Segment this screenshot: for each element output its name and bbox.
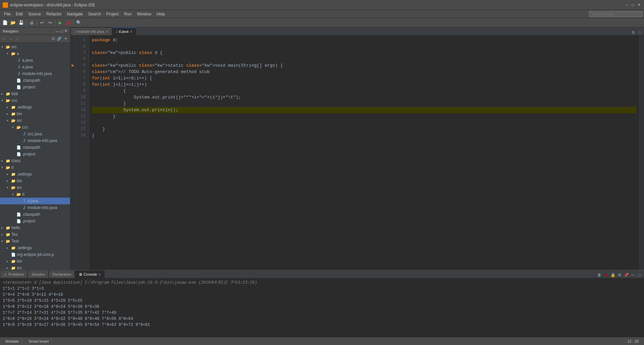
minimize-button[interactable]: ─ [625, 3, 629, 7]
tree-item-settings-ccc[interactable]: ▸📁.settings [0, 104, 70, 111]
tree-item-bin-test[interactable]: ▸📁bin [0, 258, 70, 265]
new-button[interactable]: 📄 [1, 19, 9, 26]
save-button[interactable]: 💾 [17, 19, 25, 26]
print-button[interactable]: 🖨 [28, 19, 35, 26]
redo-button[interactable]: ↪ [46, 19, 54, 26]
nav-forward[interactable]: → [8, 36, 14, 42]
tab-declaration[interactable]: Declaration [49, 270, 75, 278]
tree-arrow-settings-d: ▸ [7, 172, 11, 176]
console-scroll-lock[interactable]: 🔒 [610, 272, 616, 278]
menu-search[interactable]: Search [86, 11, 104, 17]
undo-button[interactable]: ↩ [38, 19, 46, 26]
menu-refactor[interactable]: Refactor [44, 11, 64, 17]
tab-d-java-close[interactable]: ✕ [130, 30, 132, 33]
console-terminate[interactable]: ■ [603, 272, 609, 278]
tab-console[interactable]: 🖥 Console ✕ [75, 270, 105, 278]
nav-menu[interactable]: ▾ [63, 36, 69, 42]
tree-label-org-eclipse: org.eclipse.jdt.core.p [17, 252, 54, 257]
tree-item-classpath-d[interactable]: 📄.classpath [0, 211, 70, 218]
tree-item-tes[interactable]: ▸📁Tes [0, 231, 70, 238]
tree-item-module-info-a[interactable]: Jmodule-info.java [0, 70, 70, 77]
tree-label-project-d: .project [22, 219, 35, 223]
close-button[interactable]: ✕ [637, 3, 641, 7]
tab-problems-label: Problems [8, 272, 24, 276]
menu-source[interactable]: Source [25, 11, 44, 17]
nav-link[interactable]: 🔗 [56, 36, 62, 42]
menu-help[interactable]: Help [154, 11, 168, 17]
console-icon: 🖥 [78, 272, 82, 276]
tree-item-project-d[interactable]: 📄.project [0, 218, 70, 224]
code-editor[interactable]: ▶ 12345678910111213141516 package d; cla… [70, 36, 644, 270]
tree-item-module-info-ccc[interactable]: Jmodule-info.java [0, 137, 70, 144]
tree-item-class[interactable]: ▸📁class [0, 157, 70, 164]
console-minimize[interactable]: — [630, 272, 636, 278]
nav-collapse[interactable]: ⊟ [50, 36, 56, 42]
tree-item-classpath-ccc[interactable]: 📄.classpath [0, 144, 70, 151]
tree-item-ccc-root[interactable]: ▾📂ccc [0, 97, 70, 104]
tab-module-info-close[interactable]: ✕ [106, 30, 108, 33]
tree-item-test-root[interactable]: ▾📂Test [0, 238, 70, 245]
tab-module-info[interactable]: J module-info.java ✕ [70, 27, 112, 35]
tree-item-d-folder[interactable]: ▾📂d [0, 191, 70, 198]
console-clear[interactable]: 🗑 [596, 272, 602, 278]
tree-item-ccc-folder[interactable]: ▾📂ccc [0, 124, 70, 131]
tab-d-java[interactable]: J d.java ✕ [112, 27, 136, 35]
editor-scrollbar[interactable] [639, 36, 644, 270]
tree-item-bin-ccc[interactable]: ▸📁bin [0, 111, 70, 117]
tree-item-d-java[interactable]: Jd.java [0, 198, 70, 204]
console-settings[interactable]: ⚙ [616, 272, 623, 278]
tree-item-project-ccc[interactable]: 📄.project [0, 151, 70, 157]
navigator-close[interactable]: ✕ [64, 29, 67, 33]
menu-file[interactable]: File [1, 11, 13, 17]
quick-access-input[interactable] [589, 11, 643, 17]
tree-item-bbb[interactable]: ▸📁bbb [0, 90, 70, 97]
tree-item-a[interactable]: ▾📂a [0, 50, 70, 57]
tree-item-classpath-a[interactable]: 📄.classpath [0, 77, 70, 84]
console-tabs-area: ⚠ Problems Javadoc Declaration 🖥 Console… [0, 270, 596, 278]
tree-item-project-a[interactable]: 📄.project [0, 84, 70, 90]
open-button[interactable]: 📂 [9, 19, 17, 26]
tree-item-src-test[interactable]: ▸📁src [0, 265, 70, 270]
editor-maximize-icon[interactable]: □ [637, 29, 643, 35]
tree-icon-settings-d: 📁 [11, 172, 16, 177]
menu-window[interactable]: Window [134, 11, 154, 17]
tree-item-src-d[interactable]: ▾📂src [0, 184, 70, 191]
tree-item-settings-d[interactable]: ▸📁.settings [0, 171, 70, 178]
menu-edit[interactable]: Edit [13, 11, 25, 17]
tab-console-close[interactable]: ✕ [98, 273, 101, 276]
nav-up[interactable]: ↑ [14, 36, 20, 42]
tree-item-d-root[interactable]: ▾📂d [0, 164, 70, 171]
tree-item-hello[interactable]: ▸📁hello [0, 224, 70, 231]
tree-item-settings-test[interactable]: ▸📁.settings [0, 245, 70, 251]
tree-icon-hello: 📁 [5, 225, 11, 230]
editor-minimize-icon[interactable]: ⊟ [630, 29, 636, 35]
search-button[interactable]: 🔍 [75, 19, 83, 26]
menu-navigate[interactable]: Navigate [64, 11, 85, 17]
tree-item-ccc-java[interactable]: Jccc.java [0, 131, 70, 137]
navigator-minimize[interactable]: — [56, 29, 59, 33]
tab-javadoc[interactable]: Javadoc [28, 270, 49, 278]
code-content[interactable]: package d; class="kw">public class d { c… [89, 36, 639, 270]
menu-project[interactable]: Project [104, 11, 121, 17]
tree-label-bbb: bbb [11, 91, 18, 96]
console-pin[interactable]: 📌 [623, 272, 629, 278]
tab-problems[interactable]: ⚠ Problems [0, 270, 28, 278]
tree-item-org-eclipse[interactable]: 📄org.eclipse.jdt.core.p [0, 251, 70, 258]
tree-item-module-info-d[interactable]: Jmodule-info.java [0, 204, 70, 211]
tree-item-a-java1[interactable]: Ja.java [0, 57, 70, 64]
run-button[interactable]: ▶ [57, 19, 64, 26]
bottom-panel: ⚠ Problems Javadoc Declaration 🖥 Console… [0, 270, 644, 337]
tree-arrow-hello: ▸ [1, 226, 5, 229]
tree-item-src-root[interactable]: ▾📂src [0, 44, 70, 50]
nav-back[interactable]: ← [1, 36, 7, 42]
tree-item-bin-d[interactable]: ▸📁bin [0, 178, 70, 184]
tree-label-d-root: d [11, 165, 14, 170]
tree-label-d-folder: d [22, 192, 24, 197]
tree-item-src-ccc[interactable]: ▾📂src [0, 117, 70, 124]
maximize-button[interactable]: □ [631, 3, 635, 7]
console-maximize[interactable]: □ [637, 272, 643, 278]
navigator-maximize[interactable]: □ [61, 29, 63, 33]
menu-run[interactable]: Run [121, 11, 134, 17]
tree-item-a-java2[interactable]: Ja.java [0, 64, 70, 70]
debug-button[interactable]: 🐞 [65, 19, 72, 26]
